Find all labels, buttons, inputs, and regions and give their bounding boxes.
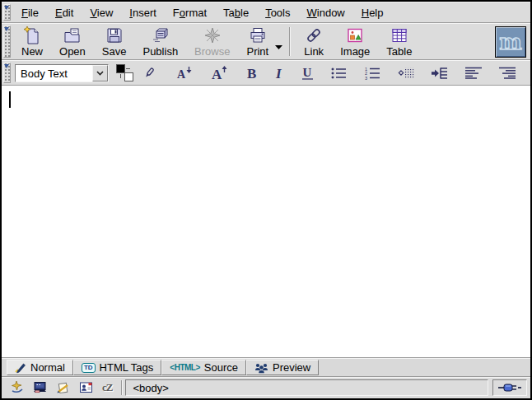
decrease-font-size-button[interactable]: A <box>176 63 194 83</box>
open-folder-icon <box>63 26 82 45</box>
save-button[interactable]: Save <box>96 25 133 58</box>
tab-preview[interactable]: Preview <box>246 360 319 375</box>
composer-icon[interactable] <box>56 381 71 394</box>
main-toolbar: New Open Save <box>2 23 530 60</box>
link-button[interactable]: Link <box>298 25 329 58</box>
paragraph-style-select[interactable]: Body Text <box>15 64 109 82</box>
tab-html-tags[interactable]: TD HTML Tags <box>73 360 161 375</box>
menu-help[interactable]: Help <box>353 4 392 21</box>
table-button[interactable]: Table <box>380 25 418 58</box>
address-book-icon[interactable] <box>79 381 94 394</box>
image-button[interactable]: Image <box>334 25 376 58</box>
open-button[interactable]: Open <box>54 25 91 58</box>
print-button[interactable]: Print <box>240 25 274 58</box>
toolbar-grippy[interactable] <box>3 26 11 58</box>
format-toolbar: Body Text A <box>2 60 530 86</box>
svg-text:U: U <box>302 66 311 79</box>
status-bar: cZ <body> <box>2 376 530 398</box>
browse-button[interactable]: Browse <box>189 25 236 58</box>
bold-icon: B <box>246 65 258 81</box>
svg-text:B: B <box>247 66 256 81</box>
highlighter-pen-icon <box>142 66 156 81</box>
highlight-color-button[interactable] <box>142 63 156 83</box>
svg-text:A: A <box>212 67 222 81</box>
increase-font-size-button[interactable]: A <box>211 63 229 83</box>
svg-text:m: m <box>499 30 522 54</box>
browse-icon <box>203 26 222 45</box>
align-right-button[interactable] <box>499 63 516 83</box>
font-size-increase-icon: A <box>211 65 229 81</box>
paragraph-style-dropdown-button[interactable] <box>92 65 108 81</box>
mail-icon[interactable] <box>33 381 48 394</box>
align-left-icon <box>465 67 482 79</box>
menu-insert[interactable]: Insert <box>121 4 165 21</box>
online-status-cell[interactable] <box>492 379 527 396</box>
toolbar-grippy[interactable] <box>3 4 11 21</box>
mozilla-throbber[interactable]: m <box>495 26 526 58</box>
paragraph-style-value: Body Text <box>16 65 92 81</box>
edit-mode-tabbar: Normal TD HTML Tags <HTML> Source Previe… <box>2 357 530 376</box>
toolbar-grippy[interactable] <box>3 63 11 83</box>
italic-button[interactable]: I <box>274 63 284 83</box>
text-caret <box>9 91 11 108</box>
underline-button[interactable]: U <box>301 63 314 83</box>
menu-tools[interactable]: Tools <box>257 4 298 21</box>
menu-view[interactable]: View <box>82 4 121 21</box>
menu-edit[interactable]: Edit <box>47 4 82 21</box>
numbered-list-button[interactable]: 1 2 3 <box>364 63 380 83</box>
composer-window: File Edit View Insert Format Table Tools… <box>0 0 532 400</box>
align-left-button[interactable] <box>465 63 482 83</box>
chevron-down-icon <box>96 71 104 76</box>
bold-button[interactable]: B <box>246 63 258 83</box>
bullet-list-button[interactable] <box>330 63 347 83</box>
menu-file[interactable]: File <box>13 4 47 21</box>
menu-window[interactable]: Window <box>299 4 353 21</box>
indent-icon <box>431 67 448 80</box>
component-bar: cZ <box>5 381 119 394</box>
indent-button[interactable] <box>431 63 448 83</box>
underline-icon: U <box>301 65 314 81</box>
svg-text:3: 3 <box>365 76 367 81</box>
statusbar-separator <box>121 380 123 395</box>
node-path-field[interactable]: <body> <box>125 379 488 396</box>
menu-format[interactable]: Format <box>165 4 215 21</box>
outdent-icon <box>398 67 414 80</box>
italic-icon: I <box>274 65 284 81</box>
numbered-list-icon: 1 2 3 <box>364 66 380 80</box>
tab-normal[interactable]: Normal <box>7 360 73 375</box>
menu-bar: File Edit View Insert Format Table Tools… <box>2 2 530 23</box>
format-icon-group: A A B I <box>156 63 530 83</box>
svg-text:A: A <box>177 68 186 81</box>
navigator-icon[interactable] <box>10 381 25 394</box>
link-chain-icon <box>304 26 324 45</box>
node-path-text: <body> <box>133 382 168 394</box>
bullet-list-icon <box>330 67 347 80</box>
preview-crowd-icon <box>254 362 268 374</box>
publish-button[interactable]: Publish <box>137 25 184 58</box>
table-icon <box>390 26 409 45</box>
td-tag-icon: TD <box>82 363 96 373</box>
background-color-swatch[interactable] <box>124 72 133 81</box>
menu-table[interactable]: Table <box>215 4 257 21</box>
new-button[interactable]: New <box>16 25 49 58</box>
print-dropdown-arrow[interactable] <box>275 45 282 49</box>
publish-icon <box>151 26 170 45</box>
toolbar-separator <box>289 27 291 56</box>
font-size-decrease-icon: A <box>176 65 194 81</box>
normal-pen-icon <box>15 362 26 374</box>
text-color-picker[interactable] <box>116 64 133 81</box>
image-icon <box>345 26 365 45</box>
tab-source[interactable]: <HTML> Source <box>161 360 246 375</box>
html-source-icon: <HTML> <box>170 363 199 372</box>
new-page-icon <box>22 26 42 45</box>
online-plug-icon <box>498 383 521 393</box>
mozilla-m-logo-icon: m <box>497 29 524 55</box>
save-floppy-icon <box>105 26 124 45</box>
align-right-icon <box>499 67 516 79</box>
svg-text:I: I <box>275 66 282 81</box>
print-icon <box>248 26 268 45</box>
chatzilla-icon[interactable]: cZ <box>102 381 112 394</box>
editor-canvas[interactable] <box>2 86 530 357</box>
outdent-button[interactable] <box>398 63 414 83</box>
